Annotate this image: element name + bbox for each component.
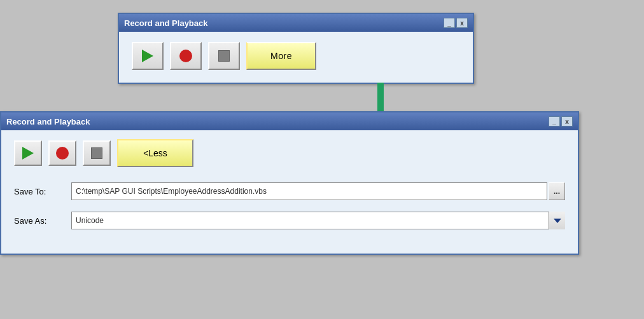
record-icon — [56, 147, 69, 160]
bottom-stop-button[interactable] — [83, 140, 111, 166]
less-button[interactable]: <Less — [117, 139, 193, 167]
bottom-titlebar-buttons: _ x — [549, 116, 573, 126]
top-window-content: More — [119, 32, 473, 83]
bottom-close-button[interactable]: x — [561, 116, 573, 126]
bottom-play-button[interactable] — [14, 140, 42, 166]
top-stop-button[interactable] — [208, 42, 240, 70]
arrow-stem — [377, 83, 384, 114]
play-icon — [142, 50, 153, 62]
bottom-window: Record and Playback _ x <Less Save To: .… — [0, 111, 579, 255]
bottom-titlebar: Record and Playback _ x — [1, 112, 578, 130]
play-icon — [22, 147, 34, 160]
save-as-select-wrap: Unicode ANSI UTF-8 — [71, 212, 565, 229]
top-window: Record and Playback _ x More — [118, 13, 474, 84]
save-to-input-wrap: ... — [71, 182, 565, 200]
bottom-window-title: Record and Playback — [6, 117, 90, 126]
save-to-label: Save To: — [14, 187, 71, 196]
stop-icon — [218, 50, 230, 62]
top-record-button[interactable] — [170, 42, 202, 70]
bottom-record-button[interactable] — [48, 140, 76, 166]
bottom-minimize-button[interactable]: _ — [549, 116, 560, 126]
top-window-title: Record and Playback — [124, 18, 208, 28]
top-close-button[interactable]: x — [456, 18, 468, 28]
bottom-controls: <Less — [1, 130, 578, 176]
top-titlebar: Record and Playback _ x — [119, 14, 473, 32]
record-icon — [179, 50, 192, 62]
save-to-row: Save To: ... — [14, 182, 565, 200]
more-button[interactable]: More — [246, 42, 316, 70]
stop-icon — [91, 147, 102, 159]
save-as-label: Save As: — [14, 216, 71, 226]
browse-button[interactable]: ... — [549, 182, 565, 200]
save-to-input[interactable] — [71, 182, 547, 200]
top-minimize-button[interactable]: _ — [444, 18, 455, 28]
top-play-button[interactable] — [132, 42, 164, 70]
top-titlebar-buttons: _ x — [444, 18, 468, 28]
save-as-select[interactable]: Unicode ANSI UTF-8 — [71, 212, 565, 229]
form-section: Save To: ... Save As: Unicode ANSI UTF-8 — [1, 176, 578, 254]
save-as-row: Save As: Unicode ANSI UTF-8 — [14, 212, 565, 229]
